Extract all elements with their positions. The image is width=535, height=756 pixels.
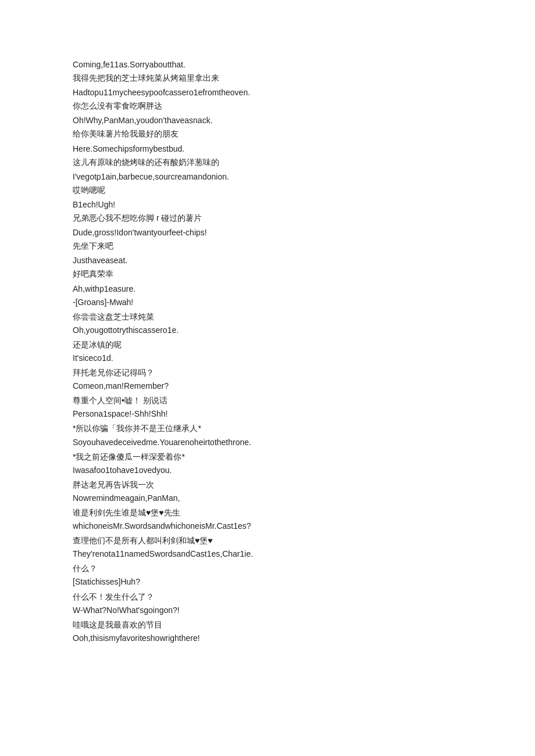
line: It'siceco1d. xyxy=(73,352,462,365)
line: 还是冰镇的呢 xyxy=(73,338,462,352)
line: whichoneisMr.SwordsandwhichoneisMr.Cast1… xyxy=(73,519,462,533)
line-pair: Dude,gross!Idon'twantyourfeet-chips!先坐下来… xyxy=(73,226,462,253)
line-pair: 什么？[Statichisses]Huh? xyxy=(73,562,462,589)
line-pair: Ah,withp1easure.-[Groans]-Mwah! xyxy=(73,282,462,309)
line-pair: 胖达老兄再告诉我一次Nowremindmeagain,PanMan, xyxy=(73,478,462,505)
line: Iwasafoo1tohave1ovedyou. xyxy=(73,464,462,477)
line-pair: 查理他们不是所有人都叫利剑和城♥堡♥They'renota11namedSwor… xyxy=(73,534,462,561)
line: Soyouhavedeceivedme.Youarenoheirtothethr… xyxy=(73,436,462,449)
line-pair: B1ech!Ugh!兄弟恶心我不想吃你脚 r 碰过的薯片 xyxy=(73,198,462,225)
line: Comeon,man!Remember? xyxy=(73,379,462,393)
line-pair: 尊重个人空间•嘘！ 别说话Persona1space!-Shh!Shh! xyxy=(73,394,462,421)
line: Nowremindmeagain,PanMan, xyxy=(73,492,462,505)
line: 什么不！发生什么了？ xyxy=(73,590,462,604)
line: 谁是利剑先生谁是城♥堡♥先生 xyxy=(73,506,462,519)
line-pair: 谁是利剑先生谁是城♥堡♥先生whichoneisMr.Swordsandwhic… xyxy=(73,506,462,533)
content-area: Coming,fe11as.Sorryaboutthat.我得先把我的芝士球炖菜… xyxy=(73,58,462,645)
line: Ah,withp1easure. xyxy=(73,282,462,296)
line: Persona1space!-Shh!Shh! xyxy=(73,407,462,421)
line-pair: Here.Somechipsformybestbud.这儿有原味的烧烤味的还有酸… xyxy=(73,142,462,169)
line-pair: 什么不！发生什么了？W-What?No!What'sgoingon?! xyxy=(73,590,462,617)
line-pair: Coming,fe11as.Sorryaboutthat.我得先把我的芝士球炖菜… xyxy=(73,58,462,85)
line-pair: Oh!Why,PanMan,youdon'thaveasnack.给你美味薯片给… xyxy=(73,114,462,141)
line: 哎哟嗯呢 xyxy=(73,184,462,197)
line: Oh,yougottotrythiscassero1e. xyxy=(73,324,462,337)
line: 兄弟恶心我不想吃你脚 r 碰过的薯片 xyxy=(73,212,462,225)
line-pair: 拜托老兄你还记得吗？Comeon,man!Remember? xyxy=(73,366,462,393)
line: *我之前还像傻瓜一样深爱着你* xyxy=(73,450,462,464)
line-pair: Justhaveaseat.好吧真荣幸 xyxy=(73,254,462,281)
line: Dude,gross!Idon'twantyourfeet-chips! xyxy=(73,226,462,239)
line: 什么？ xyxy=(73,562,462,575)
line: 你尝尝这盘芝士球炖菜 xyxy=(73,310,462,324)
line: B1ech!Ugh! xyxy=(73,198,462,212)
line: Oh!Why,PanMan,youdon'thaveasnack. xyxy=(73,114,462,127)
line: 先坐下来吧 xyxy=(73,239,462,253)
line: -[Groans]-Mwah! xyxy=(73,296,462,309)
line: They'renota11namedSwordsandCast1es,Char1… xyxy=(73,547,462,561)
line: 给你美味薯片给我最好的朋友 xyxy=(73,127,462,141)
line-pair: *我之前还像傻瓜一样深爱着你*Iwasafoo1tohave1ovedyou. xyxy=(73,450,462,477)
line: 你怎么没有零食吃啊胖达 xyxy=(73,99,462,113)
line: Hadtopu11mycheesypoofcassero1efromtheove… xyxy=(73,86,462,99)
line-pair: 还是冰镇的呢It'siceco1d. xyxy=(73,338,462,365)
line: I'vegotp1ain,barbecue,sourcreamandonion. xyxy=(73,170,462,184)
line-pair: I'vegotp1ain,barbecue,sourcreamandonion.… xyxy=(73,170,462,197)
line: [Statichisses]Huh? xyxy=(73,575,462,589)
line: 胖达老兄再告诉我一次 xyxy=(73,478,462,492)
line: 查理他们不是所有人都叫利剑和城♥堡♥ xyxy=(73,534,462,547)
line: Here.Somechipsformybestbud. xyxy=(73,142,462,156)
line: 拜托老兄你还记得吗？ xyxy=(73,366,462,379)
line: 哇哦这是我最喜欢的节目 xyxy=(73,618,462,632)
line: 尊重个人空间•嘘！ 别说话 xyxy=(73,394,462,407)
line-pair: 哇哦这是我最喜欢的节目Ooh,thisismyfavoriteshowright… xyxy=(73,618,462,645)
line: Ooh,thisismyfavoriteshowrighthere! xyxy=(73,632,462,645)
line-pair: *所以你骗「我你并不是王位继承人*Soyouhavedeceivedme.You… xyxy=(73,422,462,449)
line: 这儿有原味的烧烤味的还有酸奶洋葱味的 xyxy=(73,156,462,169)
line: W-What?No!What'sgoingon?! xyxy=(73,604,462,617)
line: 我得先把我的芝士球炖菜从烤箱里拿出来 xyxy=(73,71,462,85)
line: Justhaveaseat. xyxy=(73,254,462,267)
line-pair: 你尝尝这盘芝士球炖菜Oh,yougottotrythiscassero1e. xyxy=(73,310,462,337)
line: *所以你骗「我你并不是王位继承人* xyxy=(73,422,462,435)
line-pair: Hadtopu11mycheesypoofcassero1efromtheove… xyxy=(73,86,462,113)
line: 好吧真荣幸 xyxy=(73,267,462,281)
line: Coming,fe11as.Sorryaboutthat. xyxy=(73,58,462,71)
